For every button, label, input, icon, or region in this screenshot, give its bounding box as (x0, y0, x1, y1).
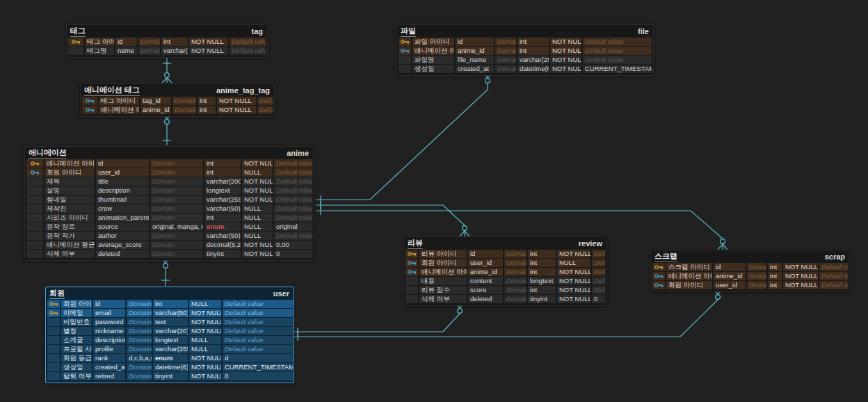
column-row-average_score[interactable]: 애니메이션 평균 평점average_scoreDomaindecimal(5,… (26, 241, 312, 249)
column-domain-placeholder[interactable]: Domain (138, 47, 160, 55)
column-logical-name[interactable]: 설명 (45, 186, 95, 195)
column-logical-name[interactable]: 원작 장르 (45, 223, 95, 231)
column-physical-name[interactable]: id (714, 263, 746, 271)
column-default-placeholder[interactable]: Default value (257, 97, 273, 105)
column-physical-name[interactable]: id (115, 38, 137, 46)
column-data-type[interactable]: int (768, 281, 782, 289)
column-default-placeholder[interactable]: Default value (274, 214, 312, 222)
column-data-type[interactable]: tinyint (153, 372, 188, 380)
column-data-type[interactable]: varchar(20) (153, 327, 188, 335)
table-user[interactable]: 회원user회원 아이디idDomainintNULLDefault value… (45, 287, 294, 383)
column-row-password[interactable]: 비밀번호passwordDomaintextNOT NULLDefault va… (47, 318, 292, 326)
column-row-nickname[interactable]: 별칭nicknameDomainvarchar(20)NOT NULLDefau… (47, 327, 292, 335)
column-domain-placeholder[interactable]: Domain (150, 195, 203, 204)
column-default-value[interactable]: 0 (274, 250, 312, 258)
column-default-placeholder[interactable]: Default value (223, 318, 293, 326)
column-default-placeholder[interactable]: Default value (274, 159, 312, 168)
column-row-description[interactable]: 소개글descriptionDomainlongtextNULLDefault … (47, 336, 292, 344)
column-not-null[interactable]: NOT NULL (217, 97, 256, 105)
column-physical-name[interactable]: anime_id (140, 106, 171, 114)
column-default-placeholder[interactable]: Default value (592, 250, 605, 258)
column-logical-name[interactable]: 프로필 사진 (61, 345, 92, 353)
column-data-type[interactable]: longtext (204, 186, 241, 195)
column-physical-name[interactable]: average_score (96, 241, 149, 249)
column-row-profile[interactable]: 프로필 사진profileDomainvarchar(255)NULLDefau… (47, 345, 292, 353)
column-logical-name[interactable]: 제작진 (45, 204, 95, 213)
table-file[interactable]: 파일file파일 아이디idDomainintNOT NULLDefault v… (396, 24, 654, 76)
column-physical-name[interactable]: anime_id (456, 47, 494, 55)
table-anime[interactable]: 애니메이션anime애니메이션 아이디idDomainintNOT NULLDe… (24, 146, 314, 261)
column-not-null[interactable]: NULL (557, 259, 590, 267)
column-not-null[interactable]: NOT NULL (557, 295, 590, 303)
column-logical-name[interactable]: 회원 아이디 (666, 281, 712, 289)
column-not-null[interactable]: NOT NULL (550, 65, 581, 73)
column-not-null[interactable]: NOT NULL (217, 106, 256, 114)
column-physical-name[interactable]: id (468, 250, 503, 258)
column-logical-name[interactable]: 리뷰 아이디 (419, 250, 467, 258)
column-data-type[interactable]: tinyint (528, 295, 556, 303)
column-data-type[interactable]: int (204, 214, 241, 222)
column-row-name[interactable]: 태그명nameDomainvarchar(255)NOT NULLDefault… (68, 47, 266, 55)
table-tag[interactable]: 태그tag태그 아이디idDomainintNOT NULLDefault va… (66, 24, 268, 58)
column-physical-name[interactable]: deleted (468, 295, 503, 303)
column-data-type[interactable]: enum (204, 223, 241, 231)
column-physical-name[interactable]: anime_id (468, 268, 503, 276)
column-not-null[interactable]: NOT NULL (783, 272, 818, 280)
column-row-deleted[interactable]: 삭제 여부deletedDomaintinyintNOT NULL0 (26, 250, 312, 258)
column-row-anime_id[interactable]: 애니메이션 아이디anime_idDomainintNOT NULLDefaul… (399, 47, 652, 55)
column-not-null[interactable]: NOT NULL (242, 159, 273, 168)
column-physical-name[interactable]: profile (93, 345, 125, 353)
column-default-placeholder[interactable]: Default value (592, 286, 605, 294)
column-logical-name[interactable]: 회원 등급 (61, 354, 92, 362)
column-physical-name[interactable]: title (96, 177, 149, 186)
column-domain-placeholder[interactable]: Domain (127, 327, 152, 335)
column-not-null[interactable]: NOT NULL (189, 309, 221, 317)
column-not-null[interactable]: NOT NULL (242, 241, 273, 249)
column-physical-name[interactable]: id (456, 38, 494, 46)
column-data-type[interactable]: varchar(50) (153, 309, 188, 317)
column-default-placeholder[interactable]: Default value (223, 309, 293, 317)
column-not-null[interactable]: NULL (189, 345, 221, 353)
column-logical-name[interactable]: 원작 작가 (45, 232, 95, 240)
column-physical-name[interactable]: tag_id (140, 97, 171, 105)
column-data-type[interactable]: int (528, 250, 556, 258)
column-domain-placeholder[interactable]: Domain (747, 263, 766, 271)
column-domain-placeholder[interactable]: Domain (150, 159, 203, 168)
column-domain-placeholder[interactable]: Domain (150, 214, 203, 222)
column-domain-placeholder[interactable]: Domain (495, 38, 516, 46)
column-not-null[interactable]: NOT NULL (189, 318, 221, 326)
column-physical-name[interactable]: created_at (456, 65, 494, 73)
column-physical-name[interactable]: name (115, 47, 137, 55)
column-domain-placeholder[interactable]: Domain (150, 204, 203, 213)
column-physical-name[interactable]: rank (93, 354, 125, 362)
column-row-description[interactable]: 설명descriptionDomainlongtextNOT NULLDefau… (26, 186, 312, 195)
column-physical-name[interactable]: description (93, 336, 125, 344)
column-not-null[interactable]: NOT NULL (189, 38, 228, 46)
column-default-placeholder[interactable]: Default value (223, 345, 293, 353)
column-domain-placeholder[interactable]: Domain (127, 363, 152, 371)
column-row-crew[interactable]: 제작진crewDomainvarchar(50)NULLDefault valu… (26, 204, 312, 213)
column-not-null[interactable]: NULL (242, 223, 273, 231)
column-domain-placeholder[interactable]: Domain (150, 168, 203, 177)
column-physical-name[interactable]: user_id (714, 281, 746, 289)
column-data-type[interactable]: decimal(5,2) (204, 241, 241, 249)
column-default-placeholder[interactable]: Default value (819, 281, 848, 289)
column-data-type[interactable]: longtext (153, 336, 188, 344)
column-not-null[interactable]: NULL (242, 232, 273, 240)
column-row-user_id[interactable]: 회원 아이디user_idDomainintNOT NULLDefault va… (652, 281, 848, 289)
column-default-value[interactable]: CURRENT_TIMESTAMP(6) (223, 363, 293, 371)
column-domain-placeholder[interactable]: Domain (150, 232, 203, 240)
column-domain-placeholder[interactable]: Domain (495, 65, 516, 73)
column-data-type[interactable]: int (517, 47, 549, 55)
column-physical-name[interactable]: user_id (468, 259, 503, 267)
column-not-null[interactable]: NULL (242, 168, 273, 177)
column-not-null[interactable]: NOT NULL (189, 327, 221, 335)
column-default-value[interactable]: original (274, 223, 312, 231)
column-domain-placeholder[interactable]: Domain (150, 186, 203, 195)
column-default-placeholder[interactable]: Default value (274, 204, 312, 213)
column-physical-name[interactable]: animation_parent_id (96, 214, 149, 222)
column-domain-placeholder[interactable]: Domain (127, 336, 152, 344)
column-default-placeholder[interactable]: Default value (274, 186, 312, 195)
column-not-null[interactable]: NOT NULL (189, 354, 221, 362)
column-default-value[interactable]: 0.00 (274, 241, 312, 249)
